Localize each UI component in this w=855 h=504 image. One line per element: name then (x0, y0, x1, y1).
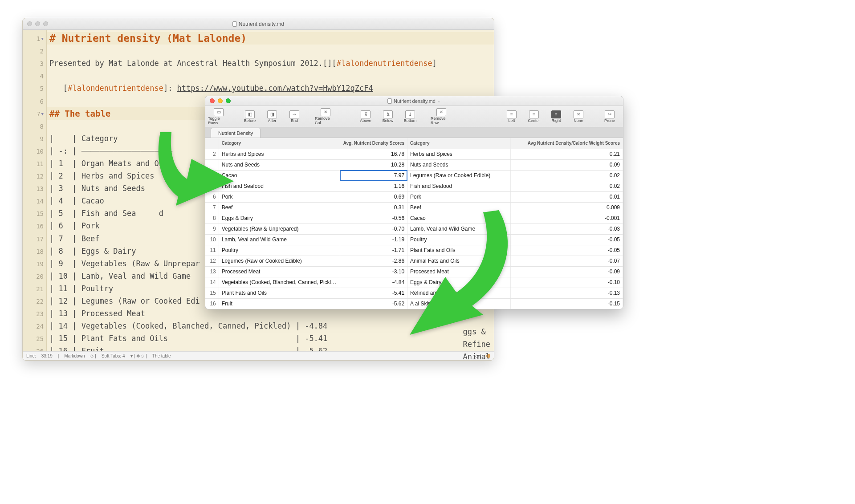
row-above-button[interactable]: ⊼Above (355, 107, 376, 126)
cell[interactable]: 10.28 (340, 159, 407, 170)
line-number[interactable]: 23 (23, 308, 46, 320)
cell[interactable]: 7.97 (340, 170, 407, 181)
table-row[interactable]: 6Pork0.69Pork0.01 (205, 191, 623, 202)
row-below-button[interactable]: ⊻Below (377, 107, 399, 126)
cell[interactable]: 0.69 (340, 191, 407, 202)
line-gutter[interactable]: 1234567891011121314151617181920212223242… (23, 30, 47, 351)
cell[interactable]: -0.10 (510, 277, 623, 288)
toggle-rows-button[interactable]: ▭Toggle Rows (208, 107, 229, 126)
table-titlebar[interactable]: Nutrient density.md ⌄ (205, 96, 623, 106)
cell[interactable]: Nuts and Seeds (219, 159, 340, 170)
line-number[interactable]: 19 (23, 258, 46, 270)
line-number[interactable]: 21 (23, 283, 46, 295)
table-row[interactable]: Cacao7.97Legumes (Raw or Cooked Edible)0… (205, 170, 623, 181)
line-number[interactable]: 22 (23, 295, 46, 308)
cell[interactable]: Fruit (219, 298, 340, 309)
cell[interactable]: Vegetables (Cooked, Blanched, Canned, Pi… (219, 277, 340, 288)
line-number[interactable]: 3 (23, 57, 46, 70)
line-number[interactable]: 5 (23, 82, 46, 95)
cell[interactable]: Pork (219, 191, 340, 202)
cell[interactable]: 0.02 (510, 170, 623, 181)
line-number[interactable]: 20 (23, 270, 46, 283)
col-end-button[interactable]: ⇥End (284, 107, 305, 126)
cell[interactable]: Eggs & Dairy (219, 213, 340, 224)
line-number[interactable]: 14 (23, 195, 46, 207)
align-none-button[interactable]: ✕None (568, 107, 589, 126)
row-bottom-button[interactable]: ⤓Bottom (399, 107, 421, 126)
line-number[interactable]: 7 (23, 108, 46, 120)
status-crumb[interactable]: The table (152, 354, 171, 358)
code-line[interactable] (47, 45, 494, 57)
cell[interactable]: Poultry (219, 245, 340, 256)
line-number[interactable]: 16 (23, 220, 46, 232)
cell[interactable]: Herbs and Spices (407, 149, 511, 159)
cell[interactable]: Herbs and Spices (219, 149, 340, 159)
align-center-button[interactable]: ≡Center (523, 107, 545, 126)
align-right-button[interactable]: ≡Right (546, 107, 567, 126)
line-number[interactable]: 24 (23, 320, 46, 333)
remove-row-button[interactable]: ✕Remove Row (431, 107, 452, 126)
code-line[interactable] (47, 69, 494, 82)
col-before-button[interactable]: ◧Before (239, 107, 261, 126)
cell[interactable]: Beef (219, 202, 340, 213)
line-number[interactable]: 26 (23, 345, 46, 351)
line-number[interactable]: 17 (23, 233, 46, 245)
line-number[interactable]: 18 (23, 245, 46, 258)
line-number[interactable]: 8 (23, 120, 46, 133)
column-header[interactable]: Avg Nutrient Density/Caloric Weight Scor… (510, 138, 623, 149)
table-row[interactable]: Nuts and Seeds10.28Nuts and Seeds0.09 (205, 159, 623, 170)
cell[interactable]: -0.05 (510, 245, 623, 256)
column-header[interactable]: Avg. Nutrient Density Scores (340, 138, 407, 149)
line-number[interactable]: 25 (23, 333, 46, 345)
cell[interactable]: -0.03 (510, 224, 623, 234)
line-number[interactable]: 2 (23, 45, 46, 57)
cell[interactable]: -0.13 (510, 288, 623, 298)
cell[interactable]: Pork (407, 191, 511, 202)
line-number[interactable]: 10 (23, 145, 46, 158)
cell[interactable]: 0.02 (510, 181, 623, 191)
line-number[interactable]: 9 (23, 133, 46, 145)
cell[interactable]: Vegetables (Raw & Unprepared) (219, 224, 340, 234)
line-number[interactable]: 15 (23, 207, 46, 220)
cell[interactable]: -0.05 (510, 234, 623, 245)
cell[interactable]: Plant Fats and Oils (219, 288, 340, 298)
cell[interactable]: -0.15 (510, 298, 623, 309)
line-number[interactable]: 12 (23, 170, 46, 183)
line-number[interactable]: 6 (23, 95, 46, 107)
cell[interactable]: Cacao (219, 170, 340, 181)
cell[interactable]: Processed Meat (219, 266, 340, 277)
align-left-button[interactable]: ≡Left (501, 107, 522, 126)
editor-titlebar[interactable]: Nutrient density.md (23, 18, 494, 30)
cell[interactable]: 0.09 (510, 159, 623, 170)
cell[interactable]: 0.21 (510, 149, 623, 159)
code-line[interactable]: [#lalondenutrientdense]: https://www.you… (47, 82, 494, 94)
cell[interactable]: Legumes (Raw or Cooked Edible) (407, 170, 511, 181)
line-number[interactable]: 13 (23, 183, 46, 195)
col-after-button[interactable]: ◨After (261, 107, 283, 126)
table-row[interactable]: 5Fish and Seafood1.16Fish and Seafood0.0… (205, 181, 623, 191)
cell[interactable]: Nuts and Seeds (407, 159, 511, 170)
cell[interactable]: 16.78 (340, 149, 407, 159)
column-header[interactable]: Category (407, 138, 511, 149)
cell[interactable]: Fish and Seafood (407, 181, 511, 191)
cell[interactable]: Lamb, Veal and Wild Game (219, 234, 340, 245)
code-line[interactable]: Presented by Mat Lalonde at Ancestral He… (47, 57, 494, 69)
prune-button[interactable]: ✂Prune (599, 107, 620, 126)
status-lang[interactable]: Markdown (64, 354, 85, 358)
line-number[interactable]: 11 (23, 158, 46, 170)
column-header[interactable]: Category (219, 138, 340, 149)
cell[interactable]: Legumes (Raw or Cooked Edible) (219, 256, 340, 266)
chevron-down-icon[interactable]: ⌄ (437, 99, 441, 103)
cell[interactable]: Fish and Seafood (219, 181, 340, 191)
cell[interactable]: -0.09 (510, 266, 623, 277)
code-line[interactable]: | 16 | Fruit | -5.62 (47, 345, 494, 351)
code-line[interactable]: # Nutrient density (Mat Lalonde) (47, 32, 494, 45)
cell[interactable]: -0.001 (510, 213, 623, 224)
cell[interactable]: 0.01 (510, 191, 623, 202)
remove-col-button[interactable]: ✕Remove Col (315, 107, 336, 126)
cell[interactable]: 0.009 (510, 202, 623, 213)
cell[interactable]: -0.07 (510, 256, 623, 266)
line-number[interactable]: 1 (23, 33, 46, 45)
line-number[interactable]: 4 (23, 70, 46, 82)
cell[interactable]: 1.16 (340, 181, 407, 191)
